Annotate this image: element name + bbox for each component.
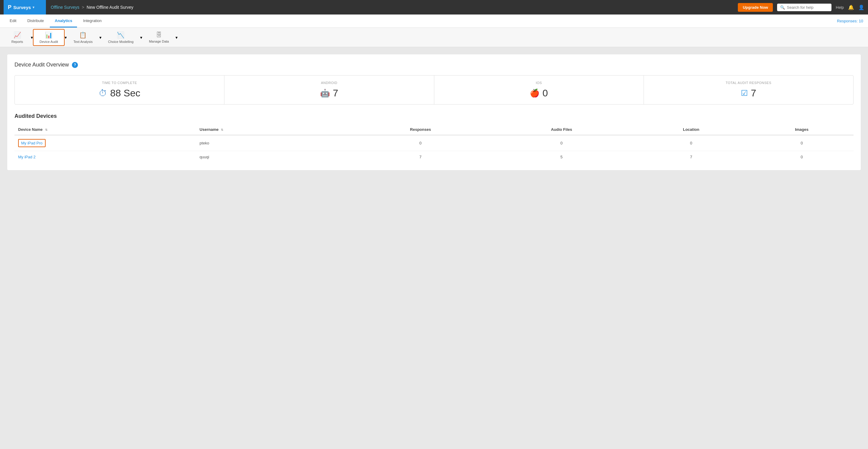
location-cell-1: 0 (632, 135, 750, 151)
sub-nav-edit[interactable]: Edit (5, 14, 21, 28)
manage-data-chevron-icon[interactable]: ▾ (176, 35, 178, 40)
table-row: My iPad 2 quuqi 7 5 7 0 (14, 151, 854, 163)
responses-cell-1: 0 (350, 135, 491, 151)
device-name-cell-2[interactable]: My iPad 2 (14, 151, 196, 163)
choice-modelling-icon: 📉 (117, 31, 124, 39)
th-username[interactable]: Username ⇅ (196, 124, 350, 135)
top-navigation: P Surveys ▾ Offline Surveys > New Offlin… (0, 0, 868, 14)
toolbar: 📈 Reports ▾ 📊 Device Audit ▾ 📋 Text Anal… (0, 28, 868, 47)
breadcrumb-current: New Offline Audit Survey (87, 5, 133, 10)
toolbar-device-audit[interactable]: 📊 Device Audit (33, 29, 65, 46)
stat-total-audit-responses: TOTAL AUDIT RESPONSES ☑ 7 (644, 76, 853, 104)
images-cell-1: 0 (750, 135, 854, 151)
th-images: Images (750, 124, 854, 135)
table-body: My iPad Pro pteko 0 0 0 0 My iPad 2 quuq… (14, 135, 854, 163)
section-title-area: Device Audit Overview ? (14, 62, 854, 68)
table-row: My iPad Pro pteko 0 0 0 0 (14, 135, 854, 151)
audio-files-cell-1: 0 (491, 135, 632, 151)
stat-total-value: 7 (751, 88, 756, 99)
text-analysis-chevron-icon[interactable]: ▾ (99, 35, 101, 40)
images-cell-2: 0 (750, 151, 854, 163)
responses-count: Responses: 10 (837, 19, 863, 23)
sort-arrows-device: ⇅ (45, 128, 48, 131)
audio-files-cell-2: 5 (491, 151, 632, 163)
reports-icon: 📈 (13, 31, 21, 39)
search-box[interactable]: 🔍 (777, 4, 832, 11)
device-name-link-2[interactable]: My iPad 2 (18, 155, 36, 159)
table-header: Device Name ⇅ Username ⇅ Responses Audio… (14, 124, 854, 135)
sub-nav-analytics[interactable]: Analytics (50, 14, 77, 28)
stat-android: ANDROID 🤖 7 (224, 76, 434, 104)
breadcrumb-offline-surveys[interactable]: Offline Surveys (51, 5, 80, 10)
audited-devices-table: Device Name ⇅ Username ⇅ Responses Audio… (14, 124, 854, 163)
android-icon: 🤖 (320, 89, 330, 98)
section-title: Device Audit Overview (14, 62, 69, 68)
main-content: Device Audit Overview ? TIME TO COMPLETE… (0, 47, 868, 449)
toolbar-text-analysis-group: 📋 Text Analysis ▾ (67, 29, 101, 46)
text-analysis-icon: 📋 (79, 31, 87, 39)
toolbar-reports-group: 📈 Reports ▾ (4, 29, 33, 46)
apple-icon: 🍎 (530, 89, 539, 98)
toolbar-device-audit-group: 📊 Device Audit ▾ (33, 29, 67, 46)
toolbar-choice-modelling-group: 📉 Choice Modelling ▾ (101, 29, 142, 46)
toolbar-manage-data[interactable]: 🗄 Manage Data (142, 29, 176, 46)
user-avatar[interactable]: 👤 (858, 4, 864, 10)
content-card: Device Audit Overview ? TIME TO COMPLETE… (7, 54, 861, 170)
bell-icon[interactable]: 🔔 (848, 4, 854, 10)
sub-nav-items: Edit Distribute Analytics Integration (5, 14, 106, 28)
stat-ios-value: 0 (542, 88, 548, 99)
sub-nav-distribute[interactable]: Distribute (22, 14, 49, 28)
stats-row: TIME TO COMPLETE ⏱ 88 Sec ANDROID 🤖 7 IO… (14, 75, 854, 104)
stat-ios: IOS 🍎 0 (434, 76, 644, 104)
responses-cell-2: 7 (350, 151, 491, 163)
upgrade-now-button[interactable]: Upgrade Now (738, 3, 773, 12)
th-audio-files: Audio Files (491, 124, 632, 135)
breadcrumb-separator: > (82, 5, 84, 10)
top-nav-right: Upgrade Now 🔍 Help 🔔 👤 (738, 3, 864, 12)
device-audit-chevron-icon[interactable]: ▾ (65, 35, 67, 40)
sub-navigation: Edit Distribute Analytics Integration Re… (0, 14, 868, 28)
search-input[interactable] (787, 5, 829, 10)
username-cell-2: quuqi (196, 151, 350, 163)
reports-chevron-icon[interactable]: ▾ (31, 35, 33, 40)
help-label[interactable]: Help (836, 5, 844, 10)
logo-chevron-icon: ▾ (33, 5, 34, 9)
clock-icon: ⏱ (99, 88, 107, 98)
th-responses: Responses (350, 124, 491, 135)
sort-arrows-username: ⇅ (221, 128, 223, 131)
username-cell-1: pteko (196, 135, 350, 151)
toolbar-manage-data-group: 🗄 Manage Data ▾ (142, 29, 178, 46)
logo-surveys[interactable]: P Surveys ▾ (4, 0, 46, 14)
toolbar-reports[interactable]: 📈 Reports (4, 29, 31, 46)
location-cell-2: 7 (632, 151, 750, 163)
logo-label: Surveys (13, 5, 31, 10)
search-icon: 🔍 (780, 5, 785, 10)
help-circle-icon[interactable]: ? (72, 62, 78, 68)
device-name-highlighted-link[interactable]: My iPad Pro (18, 139, 45, 147)
device-name-cell-1[interactable]: My iPad Pro (14, 135, 196, 151)
stat-time-to-complete: TIME TO COMPLETE ⏱ 88 Sec (15, 76, 224, 104)
stat-time-value: 88 Sec (110, 88, 141, 99)
breadcrumb: Offline Surveys > New Offline Audit Surv… (51, 5, 738, 10)
device-audit-icon: 📊 (45, 31, 53, 39)
check-icon: ☑ (741, 89, 748, 98)
audited-devices-title: Audited Devices (14, 113, 854, 119)
manage-data-icon: 🗄 (156, 31, 162, 38)
th-location: Location (632, 124, 750, 135)
stat-android-value: 7 (333, 88, 338, 99)
sub-nav-integration[interactable]: Integration (78, 14, 106, 28)
th-device-name[interactable]: Device Name ⇅ (14, 124, 196, 135)
toolbar-choice-modelling[interactable]: 📉 Choice Modelling (101, 29, 140, 46)
logo-p-icon: P (8, 4, 11, 10)
choice-modelling-chevron-icon[interactable]: ▾ (140, 35, 142, 40)
toolbar-text-analysis[interactable]: 📋 Text Analysis (67, 29, 99, 46)
